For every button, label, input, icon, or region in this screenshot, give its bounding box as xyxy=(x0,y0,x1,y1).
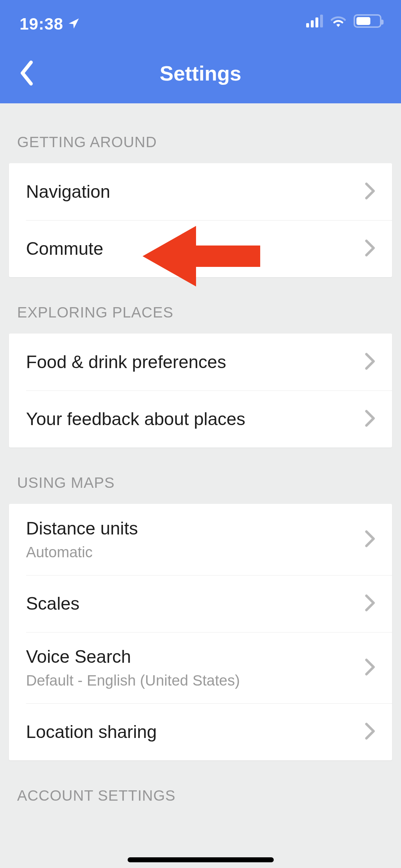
chevron-right-icon xyxy=(365,594,375,613)
row-distance-units[interactable]: Distance units Automatic xyxy=(9,504,392,575)
row-label: Scales xyxy=(26,593,79,614)
row-label: Location sharing xyxy=(26,722,157,742)
home-indicator[interactable] xyxy=(128,857,274,862)
section-header-exploring-places: Exploring Places xyxy=(0,277,401,334)
header-bar: 19:38 xyxy=(0,0,401,103)
row-sublabel: Default - English (United States) xyxy=(26,672,240,689)
nav-bar: Settings xyxy=(0,43,401,103)
wifi-icon xyxy=(329,14,347,28)
chevron-right-icon xyxy=(365,182,375,201)
group-exploring-places: Food & drink preferences Your feedback a… xyxy=(9,334,392,448)
row-label: Commute xyxy=(26,238,103,259)
row-your-feedback-about-places[interactable]: Your feedback about places xyxy=(9,391,392,448)
back-button[interactable] xyxy=(11,57,43,89)
settings-content: Getting Around Navigation Commute Explor… xyxy=(0,103,401,817)
row-navigation[interactable]: Navigation xyxy=(9,163,392,220)
section-header-getting-around: Getting Around xyxy=(0,107,401,163)
chevron-right-icon xyxy=(365,723,375,741)
row-scales[interactable]: Scales xyxy=(9,575,392,632)
status-left: 19:38 xyxy=(20,14,80,33)
row-label: Navigation xyxy=(26,181,110,202)
section-header-using-maps: Using Maps xyxy=(0,448,401,504)
chevron-right-icon xyxy=(365,658,375,677)
row-label: Your feedback about places xyxy=(26,409,245,429)
chevron-right-icon xyxy=(365,353,375,371)
chevron-left-icon xyxy=(20,61,34,86)
cellular-signal-icon xyxy=(306,15,323,27)
row-commute[interactable]: Commute xyxy=(9,220,392,277)
battery-icon xyxy=(354,14,381,28)
status-bar: 19:38 xyxy=(0,0,401,43)
row-sublabel: Automatic xyxy=(26,544,138,561)
page-title: Settings xyxy=(160,61,241,85)
row-voice-search[interactable]: Voice Search Default - English (United S… xyxy=(9,632,392,703)
row-label: Voice Search xyxy=(26,646,240,667)
chevron-right-icon xyxy=(365,530,375,549)
chevron-right-icon xyxy=(365,410,375,428)
status-time: 19:38 xyxy=(20,14,63,33)
row-label: Food & drink preferences xyxy=(26,352,226,372)
section-header-account-settings: Account Settings xyxy=(0,760,401,817)
location-arrow-icon xyxy=(68,14,80,33)
row-location-sharing[interactable]: Location sharing xyxy=(9,703,392,760)
row-label: Distance units xyxy=(26,518,138,539)
row-food-drink-preferences[interactable]: Food & drink preferences xyxy=(9,334,392,391)
status-right xyxy=(306,14,381,28)
chevron-right-icon xyxy=(365,239,375,258)
group-using-maps: Distance units Automatic Scales Voice Se… xyxy=(9,504,392,760)
group-getting-around: Navigation Commute xyxy=(9,163,392,277)
